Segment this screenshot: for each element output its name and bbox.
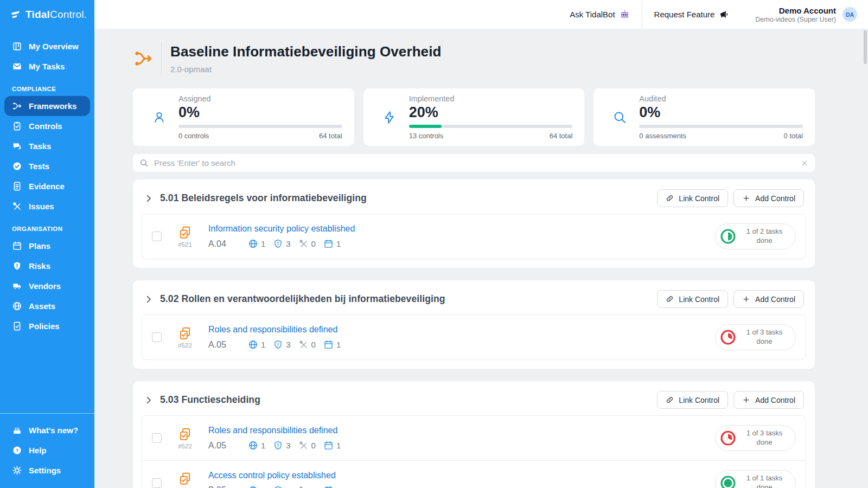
sidebar-item-label: Issues (29, 202, 54, 211)
row-checkbox[interactable] (152, 232, 162, 241)
sidebar-item-issues[interactable]: Issues (0, 196, 94, 216)
stat-total: 64 total (550, 132, 573, 140)
sidebar-item-tasks[interactable]: Tasks (0, 136, 94, 156)
control-id: #522 (178, 342, 192, 349)
truck-icon (12, 281, 22, 291)
control-id: #521 (178, 241, 192, 248)
add-control-button[interactable]: Add Control (733, 290, 804, 308)
stats-row: Assigned 0% 0 controls 64 total Implemen… (133, 88, 815, 146)
add-control-label: Add Control (755, 396, 795, 404)
sidebar-section-organisation: ORGANISATION (0, 216, 94, 236)
close-icon[interactable] (801, 159, 808, 167)
add-control-button[interactable]: Add Control (733, 391, 804, 409)
document-icon (12, 181, 22, 191)
globe-icon (248, 440, 258, 451)
avatar[interactable]: DA (843, 7, 857, 22)
assets-count: 1 (248, 485, 265, 488)
row-checkbox[interactable] (152, 478, 162, 488)
sidebar-item-frameworks[interactable]: Frameworks (4, 96, 90, 116)
sidebar-item-label: Vendors (29, 281, 61, 291)
link-control-label: Link Control (679, 396, 719, 404)
search-input[interactable] (154, 158, 801, 168)
controls-list: #522 Roles and responsibilities defined … (142, 314, 806, 360)
shield-exclamation-icon (273, 485, 283, 488)
pie-third-icon (720, 329, 736, 345)
sidebar-item-evidence[interactable]: Evidence (0, 176, 94, 196)
calendar-icon (323, 485, 334, 488)
sidebar-item-settings[interactable]: Settings (0, 460, 94, 480)
stat-card-assigned: Assigned 0% 0 controls 64 total (133, 88, 354, 146)
progress-track (409, 125, 573, 128)
control-clipboard-icon (178, 427, 192, 441)
control-clipboard-icon (178, 326, 192, 341)
section-title: 5.03 Functiescheiding (160, 394, 260, 406)
brand-name-light: Control. (50, 9, 87, 20)
plans-count: 1 (323, 485, 341, 488)
bolt-icon (375, 110, 404, 125)
row-checkbox[interactable] (152, 332, 162, 342)
add-control-button[interactable]: Add Control (733, 189, 804, 207)
search-icon (605, 110, 634, 125)
request-feature-button[interactable]: Request Feature (642, 0, 742, 29)
pie-full-icon (720, 475, 736, 488)
sidebar-section-compliance: COMPLIANCE (0, 76, 94, 96)
link-control-button[interactable]: Link Control (657, 189, 728, 207)
link-control-label: Link Control (679, 194, 719, 203)
sidebar-item-policies[interactable]: Policies (0, 316, 94, 336)
sidebar-item-label: Evidence (29, 182, 65, 191)
issues-count: 0 (298, 485, 316, 488)
link-control-button[interactable]: Link Control (657, 290, 728, 308)
sidebar-item-assets[interactable]: Assets (0, 296, 94, 316)
sidebar-item-my-overview[interactable]: My Overview (0, 36, 94, 56)
tasks-progress-badge: 1 of 3 tasks done (715, 425, 796, 451)
chevron-right-icon[interactable] (144, 395, 154, 405)
stat-count: 0 assessments (639, 132, 686, 140)
control-title-link[interactable]: Information security policy established (208, 224, 355, 234)
risks-count: 3 (273, 440, 290, 451)
tasks-progress-badge: 1 of 3 tasks done (715, 324, 796, 350)
account-menu[interactable]: Demo Account Demo-videos (Super User) (755, 6, 836, 23)
brand-logo[interactable]: TidalControl. (0, 0, 94, 29)
scrollbar-thumb[interactable] (864, 30, 867, 64)
sidebar-item-label: What's new? (29, 426, 78, 435)
sidebar-item-help[interactable]: Help (0, 440, 94, 460)
topbar: Ask TidalBot Request Feature Demo Accoun… (94, 0, 868, 29)
sidebar-item-label: Help (29, 446, 47, 455)
progress-track (178, 125, 342, 128)
chevron-right-icon[interactable] (144, 194, 154, 203)
add-control-label: Add Control (755, 194, 795, 203)
control-title-link[interactable]: Roles and responsibilities defined (208, 325, 337, 335)
calendar-icon (323, 339, 334, 350)
sidebar-item-vendors[interactable]: Vendors (0, 276, 94, 296)
tasks-progress-text: 1 of 3 tasks done (741, 328, 788, 346)
ask-tidalbot-button[interactable]: Ask TidalBot (558, 0, 641, 29)
question-circle-icon (12, 445, 22, 455)
sidebar-item-label: Assets (29, 301, 55, 311)
overview-icon (12, 41, 22, 52)
link-control-button[interactable]: Link Control (657, 391, 728, 409)
chevron-right-icon[interactable] (144, 294, 154, 304)
sidebar-item-tests[interactable]: Tests (0, 156, 94, 176)
clipboard-check-icon (12, 121, 22, 131)
sidebar-item-risks[interactable]: Risks (0, 256, 94, 276)
stat-label: Implemented (409, 94, 573, 103)
control-title-link[interactable]: Access control policy established (208, 471, 336, 480)
brand-name: TidalControl. (25, 9, 87, 21)
sidebar-nav: My Overview My Tasks COMPLIANCE Framewor… (0, 36, 94, 488)
pie-half-icon (720, 228, 736, 245)
check-circle-icon (12, 161, 22, 171)
stat-total: 64 total (319, 132, 342, 140)
risks-count: 3 (273, 339, 290, 350)
row-checkbox[interactable] (152, 433, 162, 443)
sidebar-item-label: My Tasks (29, 62, 65, 71)
control-title-link[interactable]: Roles and responsibilities defined (208, 426, 337, 435)
mail-icon (12, 61, 22, 72)
control-id: #522 (178, 443, 192, 450)
framework-header: Baseline Informatiebeveiliging Overheid … (133, 42, 815, 75)
sidebar-item-controls[interactable]: Controls (0, 116, 94, 136)
link-icon (666, 396, 674, 404)
control-row: #522 Roles and responsibilities defined … (142, 315, 806, 359)
sidebar-item-my-tasks[interactable]: My Tasks (0, 56, 94, 76)
sidebar-item-plans[interactable]: Plans (0, 236, 94, 256)
sidebar-item-whats-new[interactable]: What's new? (0, 420, 94, 440)
